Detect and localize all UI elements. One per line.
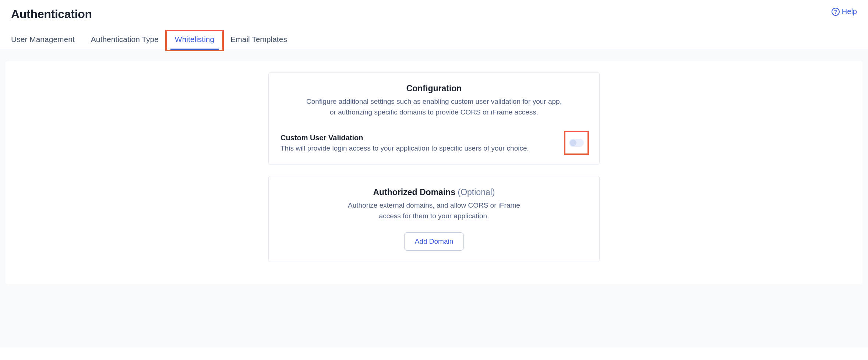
tab-email-templates[interactable]: Email Templates xyxy=(222,31,295,50)
configuration-title: Configuration xyxy=(280,84,588,93)
help-icon: ? xyxy=(832,8,840,16)
help-link[interactable]: ? Help xyxy=(832,7,857,16)
custom-validation-label: Custom User Validation xyxy=(280,134,565,142)
custom-validation-text: Custom User Validation This will provide… xyxy=(280,134,565,152)
tabs: User Management Authentication Type Whit… xyxy=(0,21,868,50)
add-domain-button[interactable]: Add Domain xyxy=(404,232,464,251)
authorized-domains-title: Authorized Domains (Optional) xyxy=(280,187,588,197)
toggle-knob-icon xyxy=(570,140,576,146)
configuration-panel: Configuration Configure additional setti… xyxy=(268,72,600,165)
authorized-domains-title-strong: Authorized Domains xyxy=(373,187,456,197)
authorized-domains-title-optional: (Optional) xyxy=(455,187,495,197)
custom-validation-desc: This will provide login access to your a… xyxy=(280,144,565,152)
authorized-domains-subtitle: Authorize external domains, and allow CO… xyxy=(338,200,530,221)
help-label: Help xyxy=(842,7,857,16)
content-inner: Configuration Configure additional setti… xyxy=(6,61,862,284)
custom-validation-toggle[interactable] xyxy=(569,139,584,147)
custom-validation-toggle-wrap xyxy=(565,132,588,153)
authorized-domains-panel: Authorized Domains (Optional) Authorize … xyxy=(268,176,600,262)
tab-user-management[interactable]: User Management xyxy=(11,31,83,50)
page-title: Authentication xyxy=(11,7,92,21)
content-area: Configuration Configure additional setti… xyxy=(0,50,868,347)
configuration-subtitle: Configure additional settings such as en… xyxy=(305,96,563,117)
tab-authentication-type[interactable]: Authentication Type xyxy=(83,31,167,50)
custom-validation-row: Custom User Validation This will provide… xyxy=(280,132,588,153)
tab-whitelisting[interactable]: Whitelisting xyxy=(167,31,222,50)
